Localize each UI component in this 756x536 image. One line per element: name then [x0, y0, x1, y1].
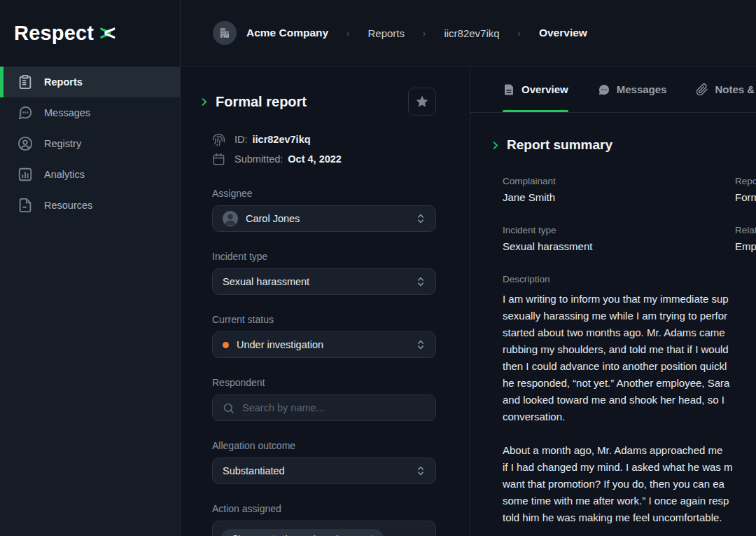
incident-type-field: Incident type Sexual harassment	[503, 225, 756, 252]
report-summary-title: Report summary	[507, 137, 612, 153]
report-detail-panel: Overview Messages Notes & Statements Rep…	[470, 67, 756, 536]
respondent-search-input[interactable]	[242, 402, 426, 413]
report-form-panel: Formal report ID: iicr82ev7ikq Submitted…	[181, 67, 470, 536]
complainant-value: Jane Smith	[503, 191, 756, 203]
detail-tabbar: Overview Messages Notes & Statements	[470, 67, 756, 113]
sidebar-item-label: Messages	[44, 107, 90, 118]
current-status-value: Under investigation	[237, 339, 323, 350]
logo-area: Respect ><	[0, 0, 180, 67]
relationship-label: Relationship	[735, 225, 756, 235]
description-label: Description	[503, 274, 756, 284]
report-type-label: Report type	[735, 176, 756, 186]
respondent-search[interactable]	[212, 394, 436, 421]
report-type-value: Formal	[735, 191, 756, 203]
brand-logo[interactable]: Respect ><	[14, 22, 111, 45]
user-circle-icon	[18, 136, 33, 151]
complainant-label: Complainant	[503, 176, 756, 186]
action-assigned-multiselect[interactable]: Changes to the work environment Monitori…	[212, 521, 436, 536]
report-type-field: Report type Formal	[735, 176, 756, 203]
assignee-value: Carol Jones	[246, 213, 300, 224]
chevron-up-down-icon	[415, 339, 426, 350]
chat-bubble-icon	[598, 83, 610, 96]
avatar	[223, 211, 238, 226]
assignee-label: Assignee	[212, 188, 436, 199]
report-meta: ID: iicr82ev7ikq Submitted: Oct 4, 2022	[212, 130, 436, 169]
report-id-row: ID: iicr82ev7ikq	[212, 130, 436, 149]
submitted-value: Oct 4, 2022	[288, 153, 342, 165]
incident-type-value: Sexual harassment	[223, 276, 309, 287]
sidebar-item-label: Reports	[44, 76, 83, 88]
description-text: I am writing to inform you that my immed…	[503, 291, 756, 526]
report-title: Formal report	[216, 94, 307, 110]
bar-chart-icon	[18, 167, 33, 182]
star-icon	[415, 95, 429, 109]
sidebar-item-reports[interactable]: Reports	[0, 67, 180, 97]
tab-label: Notes & Statements	[715, 83, 756, 95]
incident-type-select[interactable]: Sexual harassment	[212, 268, 436, 295]
breadcrumb-company[interactable]: Acme Company	[246, 27, 328, 39]
file-icon	[18, 198, 33, 213]
sidebar-item-registry[interactable]: Registry	[0, 128, 180, 159]
incident-type-label: Incident type	[503, 225, 756, 235]
chevron-right-icon[interactable]	[199, 97, 209, 107]
summary-fields-column2: Report type Formal Relationship Employee	[735, 176, 756, 274]
breadcrumb-current-page: Overview	[539, 27, 587, 39]
assignee-select[interactable]: Carol Jones	[212, 205, 436, 232]
report-id-label: ID:	[234, 134, 248, 145]
paperclip-icon	[696, 83, 708, 96]
sidebar-item-label: Analytics	[44, 169, 85, 180]
favorite-button[interactable]	[408, 88, 436, 116]
sidebar-nav: Reports Messages Registry Analytics Reso…	[0, 67, 180, 221]
chevron-right-icon: ›	[423, 28, 426, 39]
building-icon	[218, 27, 231, 39]
breadcrumb: Acme Company › Reports › iicr82ev7ikq › …	[181, 0, 756, 67]
respondent-label: Respondent	[212, 377, 436, 388]
description-paragraph: I am writing to inform you that my immed…	[503, 291, 756, 425]
allegation-outcome-value: Substantiated	[223, 465, 285, 476]
allegation-outcome-select[interactable]: Substantiated	[212, 458, 436, 484]
relationship-value: Employee	[735, 240, 756, 252]
report-submitted-row: Submitted: Oct 4, 2022	[212, 149, 436, 169]
company-avatar[interactable]	[213, 21, 237, 45]
relationship-field: Relationship Employee	[735, 225, 756, 252]
chevron-up-down-icon	[415, 465, 426, 476]
sidebar-item-label: Resources	[44, 200, 92, 211]
fingerprint-icon	[212, 133, 225, 146]
chevron-up-down-icon	[415, 276, 426, 287]
chevron-right-icon: ›	[518, 28, 521, 39]
description-paragraph: About a month ago, Mr. Adams approached …	[503, 442, 756, 526]
brand-name: Respect	[14, 22, 94, 45]
tab-notes-statements[interactable]: Notes & Statements	[696, 67, 756, 112]
chevron-right-icon: ›	[346, 28, 349, 39]
calendar-icon	[212, 153, 225, 166]
tab-label: Overview	[522, 83, 568, 95]
complainant-field: Complainant Jane Smith	[503, 176, 756, 203]
sidebar-item-messages[interactable]: Messages	[0, 97, 180, 128]
status-dot	[223, 342, 229, 348]
sidebar: Respect >< Reports Messages Registry	[0, 0, 181, 536]
submitted-label: Submitted:	[234, 153, 283, 165]
action-chip[interactable]: Changes to the work environment	[221, 529, 384, 536]
summary-fields: Complainant Jane Smith Incident type Sex…	[503, 176, 756, 252]
tab-label: Messages	[617, 83, 667, 95]
sidebar-item-resources[interactable]: Resources	[0, 190, 180, 221]
report-id-value: iicr82ev7ikq	[253, 134, 311, 145]
current-status-select[interactable]: Under investigation	[212, 331, 436, 358]
sidebar-item-label: Registry	[44, 138, 81, 149]
current-status-label: Current status	[212, 314, 436, 325]
breadcrumb-reports[interactable]: Reports	[368, 27, 405, 39]
sidebar-item-analytics[interactable]: Analytics	[0, 159, 180, 190]
breadcrumb-report-id[interactable]: iicr82ev7ikq	[444, 27, 499, 39]
document-icon	[503, 83, 515, 96]
tab-messages[interactable]: Messages	[598, 67, 667, 112]
allegation-outcome-label: Allegation outcome	[212, 440, 436, 451]
clipboard-icon	[18, 74, 33, 90]
brand-x-mark: ><	[99, 22, 111, 45]
incident-type-value: Sexual harassment	[503, 240, 756, 252]
chevron-right-icon[interactable]	[490, 140, 500, 151]
chevron-up-down-icon	[415, 213, 426, 224]
overview-content: Report summary Complainant Jane Smith In…	[470, 113, 756, 526]
search-icon	[223, 402, 234, 414]
tab-overview[interactable]: Overview	[503, 67, 568, 112]
action-assigned-label: Action assigned	[212, 503, 436, 514]
